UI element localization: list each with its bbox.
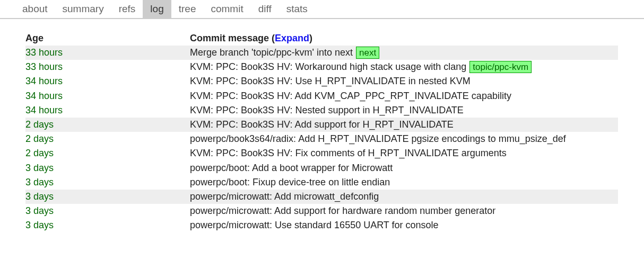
commit-msg-cell: KVM: PPC: Book3S HV: Use H_RPT_INVALIDAT…	[190, 75, 618, 88]
tab-bar: aboutsummaryrefslogtreecommitdiffstats	[0, 0, 644, 19]
branch-tag[interactable]: next	[356, 47, 379, 59]
log-table: Age Commit message (Expand) 33 hoursMerg…	[0, 19, 618, 232]
tab-about[interactable]: about	[15, 0, 55, 18]
tab-stats[interactable]: stats	[279, 0, 315, 18]
tab-summary[interactable]: summary	[55, 0, 111, 18]
commit-age[interactable]: 34 hours	[25, 104, 190, 117]
table-row: 2 daysKVM: PPC: Book3S HV: Add support f…	[25, 118, 618, 132]
commit-msg-cell: powerpc/boot: Fixup device-tree on littl…	[190, 176, 618, 189]
commit-msg-cell: powerpc/microwatt: Add support for hardw…	[190, 204, 618, 218]
commit-msg-link[interactable]: powerpc/book3s64/radix: Add H_RPT_INVALI…	[190, 133, 566, 144]
commit-msg-cell: KVM: PPC: Book3S HV: Fix comments of H_R…	[190, 147, 618, 160]
commit-msg-link[interactable]: Merge branch 'topic/ppc-kvm' into next	[190, 47, 353, 58]
tab-diff[interactable]: diff	[251, 0, 279, 18]
table-row: 34 hoursKVM: PPC: Book3S HV: Add KVM_CAP…	[25, 89, 618, 103]
commit-msg-link[interactable]: powerpc/boot: Add a boot wrapper for Mic…	[190, 163, 393, 173]
commit-age[interactable]: 3 days	[25, 219, 190, 232]
table-row: 3 dayspowerpc/boot: Add a boot wrapper f…	[25, 161, 618, 175]
log-header: Age Commit message (Expand)	[25, 32, 618, 46]
commit-msg-link[interactable]: powerpc/microwatt: Add microwatt_defconf…	[190, 191, 379, 202]
commit-msg-cell: KVM: PPC: Book3S HV: Workaround high sta…	[190, 60, 618, 74]
table-row: 3 dayspowerpc/boot: Fixup device-tree on…	[25, 175, 618, 190]
tab-refs[interactable]: refs	[111, 0, 143, 18]
commit-msg-link[interactable]: powerpc/boot: Fixup device-tree on littl…	[190, 177, 390, 187]
table-row: 3 dayspowerpc/microwatt: Add support for…	[25, 204, 618, 218]
commit-age[interactable]: 3 days	[25, 176, 190, 189]
commit-age[interactable]: 34 hours	[25, 89, 190, 103]
commit-msg-link[interactable]: powerpc/microwatt: Use standard 16550 UA…	[190, 220, 439, 230]
header-msg: Commit message (Expand)	[190, 33, 618, 44]
commit-age[interactable]: 2 days	[25, 147, 190, 160]
tab-commit[interactable]: commit	[203, 0, 250, 18]
tab-log[interactable]: log	[143, 0, 171, 18]
header-msg-suffix: )	[309, 33, 312, 43]
table-row: 3 dayspowerpc/microwatt: Use standard 16…	[25, 218, 618, 232]
table-row: 34 hoursKVM: PPC: Book3S HV: Use H_RPT_I…	[25, 74, 618, 88]
commit-age[interactable]: 2 days	[25, 132, 190, 146]
commit-msg-cell: powerpc/microwatt: Use standard 16550 UA…	[190, 219, 618, 232]
commit-msg-link[interactable]: KVM: PPC: Book3S HV: Use H_RPT_INVALIDAT…	[190, 76, 471, 86]
commit-msg-link[interactable]: KVM: PPC: Book3S HV: Nested support in H…	[190, 105, 464, 115]
commit-msg-link[interactable]: KVM: PPC: Book3S HV: Add KVM_CAP_PPC_RPT…	[190, 91, 511, 101]
table-row: 3 dayspowerpc/microwatt: Add microwatt_d…	[25, 190, 618, 204]
header-msg-prefix: Commit message (	[190, 33, 275, 43]
commit-msg-link[interactable]: KVM: PPC: Book3S HV: Workaround high sta…	[190, 61, 466, 72]
commit-age[interactable]: 33 hours	[25, 60, 190, 74]
commit-msg-cell: KVM: PPC: Book3S HV: Nested support in H…	[190, 104, 618, 117]
log-rows: 33 hoursMerge branch 'topic/ppc-kvm' int…	[25, 46, 618, 232]
commit-msg-link[interactable]: KVM: PPC: Book3S HV: Add support for H_R…	[190, 119, 454, 130]
tab-tree[interactable]: tree	[171, 0, 204, 18]
commit-msg-cell: KVM: PPC: Book3S HV: Add KVM_CAP_PPC_RPT…	[190, 89, 618, 103]
table-row: 34 hoursKVM: PPC: Book3S HV: Nested supp…	[25, 103, 618, 118]
commit-msg-cell: powerpc/microwatt: Add microwatt_defconf…	[190, 190, 618, 203]
branch-tag[interactable]: topic/ppc-kvm	[469, 61, 532, 73]
commit-msg-cell: Merge branch 'topic/ppc-kvm' into nextne…	[190, 46, 618, 59]
commit-age[interactable]: 3 days	[25, 162, 190, 175]
commit-age[interactable]: 2 days	[25, 118, 190, 131]
commit-msg-cell: powerpc/boot: Add a boot wrapper for Mic…	[190, 162, 618, 175]
table-row: 33 hoursMerge branch 'topic/ppc-kvm' int…	[25, 46, 618, 60]
commit-age[interactable]: 3 days	[25, 204, 190, 218]
expand-link[interactable]: Expand	[275, 33, 309, 43]
commit-msg-cell: powerpc/book3s64/radix: Add H_RPT_INVALI…	[190, 132, 618, 146]
commit-age[interactable]: 33 hours	[25, 46, 190, 59]
table-row: 33 hoursKVM: PPC: Book3S HV: Workaround …	[25, 60, 618, 74]
table-row: 2 daysKVM: PPC: Book3S HV: Fix comments …	[25, 146, 618, 160]
commit-msg-cell: KVM: PPC: Book3S HV: Add support for H_R…	[190, 118, 618, 131]
table-row: 2 dayspowerpc/book3s64/radix: Add H_RPT_…	[25, 132, 618, 146]
commit-age[interactable]: 34 hours	[25, 75, 190, 88]
commit-age[interactable]: 3 days	[25, 190, 190, 203]
header-age: Age	[25, 33, 190, 44]
commit-msg-link[interactable]: KVM: PPC: Book3S HV: Fix comments of H_R…	[190, 148, 507, 158]
commit-msg-link[interactable]: powerpc/microwatt: Add support for hardw…	[190, 205, 495, 216]
